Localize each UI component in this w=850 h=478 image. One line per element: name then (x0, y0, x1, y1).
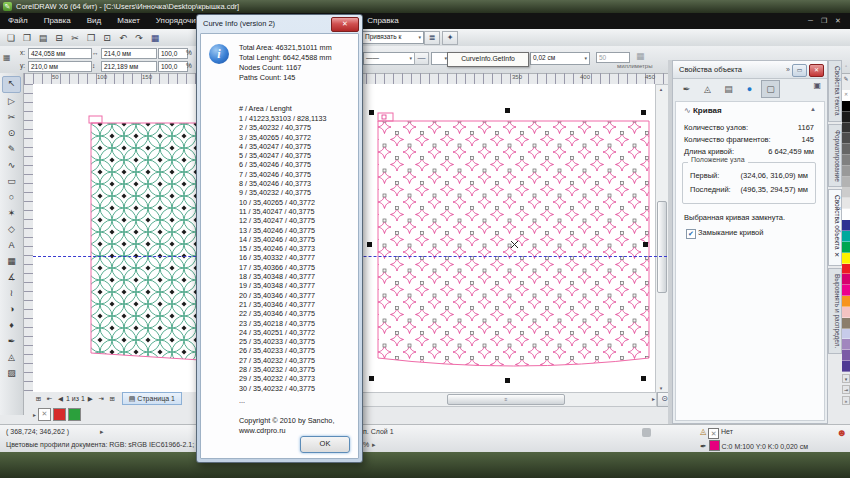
docker-options-button[interactable]: ▣ (813, 81, 821, 90)
no-color-swatch[interactable]: ✕ (38, 408, 51, 421)
text-tool-icon[interactable]: A (3, 238, 20, 253)
red-swatch[interactable] (53, 408, 66, 421)
page-tab[interactable]: ▤ Страница 1 (122, 392, 182, 405)
copy-icon[interactable]: ❒ (83, 31, 99, 45)
y-position-field[interactable]: 210,0 мм (28, 61, 92, 72)
tab-formatting[interactable]: Форматирование (828, 124, 842, 188)
collapse-icon[interactable]: ▲ (810, 106, 816, 112)
curve-section-header[interactable]: ∿ Кривая (684, 106, 722, 115)
palette-swatch-14[interactable] (842, 242, 850, 253)
x-position-field[interactable]: 424,058 мм (28, 48, 92, 59)
palette-flyout-icon[interactable]: ▸ (33, 411, 36, 418)
palette-scroll-down-icon[interactable]: ▾ (842, 374, 850, 383)
dimension-tool-icon[interactable]: ∡ (3, 270, 20, 285)
shape-tool-icon[interactable]: ▷ (3, 94, 20, 109)
docker-float-button[interactable]: ▭ (792, 64, 807, 77)
next-page-icon[interactable]: ▶ (85, 392, 96, 405)
menu-item-1[interactable]: Правка (36, 13, 79, 29)
selected-curve-object[interactable] (366, 106, 668, 388)
palette-swatch-19[interactable] (842, 296, 850, 307)
pick-tool-icon[interactable]: ↖ (2, 76, 21, 93)
palette-swatch-13[interactable] (842, 231, 850, 242)
tab-align-distribute[interactable]: Выровнять и распредел. (828, 268, 842, 354)
interactive-fill-tool-icon[interactable]: ▨ (3, 366, 20, 381)
redo-icon[interactable]: ↷ (131, 31, 147, 45)
palette-swatch-23[interactable] (842, 339, 850, 350)
last-page-icon[interactable]: ⇥ (96, 392, 107, 405)
palette-swatch-2[interactable] (842, 112, 850, 123)
scroll-right-arrow[interactable]: ▸ (652, 395, 655, 402)
basic-shapes-tool-icon[interactable]: ◇ (3, 222, 20, 237)
palette-swatch-22[interactable] (842, 329, 850, 340)
add-page-icon-2[interactable]: ⊞ (107, 392, 118, 405)
blend-tool-icon[interactable]: ◑ (3, 302, 20, 317)
horizontal-scroll-thumb[interactable]: ≡ (447, 394, 565, 405)
palette-swatch-21[interactable] (842, 318, 850, 329)
save-icon[interactable]: ▤ (35, 31, 51, 45)
fill-section-icon[interactable]: ◬ (698, 80, 717, 98)
effects-section-icon[interactable]: ▤ (719, 80, 738, 98)
dialog-title-bar[interactable]: Curve Info (version 2) (203, 15, 275, 33)
scale-y-field[interactable]: 100,0 (158, 61, 188, 72)
palette-swatch-12[interactable] (842, 220, 850, 231)
add-page-icon[interactable]: ⊞ (33, 392, 44, 405)
open-icon[interactable]: ❐ (19, 31, 35, 45)
line-button[interactable]: — (414, 52, 429, 65)
snap-to-combo[interactable]: Привязать к▾ (362, 31, 424, 44)
docker-flyout-icon[interactable]: » (786, 64, 790, 77)
palette-swatch-6[interactable] (842, 155, 850, 166)
palette-swatch-5[interactable] (842, 144, 850, 155)
palette-swatch-4[interactable] (842, 133, 850, 144)
dialog-close-button[interactable]: ✕ (331, 17, 359, 32)
palette-swatch-10[interactable] (842, 198, 850, 209)
green-swatch[interactable] (68, 408, 81, 421)
palette-swatch-1[interactable] (842, 101, 850, 112)
membership-icon[interactable]: ☻ (836, 428, 847, 438)
connector-tool-icon[interactable]: ≀ (3, 286, 20, 301)
palette-swatch-11[interactable] (842, 209, 850, 220)
palette-swatch-8[interactable] (842, 177, 850, 188)
profiles-flyout-icon[interactable]: ▸ (372, 441, 376, 449)
palette-swatch-18[interactable] (842, 285, 850, 296)
palette-swatch-24[interactable] (842, 350, 850, 361)
palette-swatch-17[interactable] (842, 274, 850, 285)
document-window-controls[interactable]: ─ ❐ ✕ (808, 13, 844, 29)
import-icon[interactable]: ▦ (147, 31, 163, 45)
previous-page-icon[interactable]: ◀ (55, 392, 66, 405)
polygon-tool-icon[interactable]: ✶ (3, 206, 20, 221)
table-tool-icon[interactable]: ▦ (3, 254, 20, 269)
paste-icon[interactable]: ⊡ (99, 31, 115, 45)
menu-item-2[interactable]: Вид (79, 13, 109, 29)
options-button[interactable]: ≣ (424, 31, 440, 45)
ellipse-tool-icon[interactable]: ○ (3, 190, 20, 205)
zoom-tool-icon[interactable]: ⊙ (3, 126, 20, 141)
tab-text-properties[interactable]: Свойства текста (828, 60, 842, 122)
outline-style-combo[interactable]: ——▾ (363, 52, 415, 65)
palette-expand-icon[interactable]: » (842, 396, 850, 405)
crop-tool-icon[interactable]: ✂ (3, 110, 20, 125)
coords-flyout-icon[interactable]: ▸ (100, 428, 104, 436)
freehand-tool-icon[interactable]: ✎ (3, 142, 20, 157)
left-pattern-object[interactable] (88, 112, 200, 368)
print-icon[interactable]: ⊟ (51, 31, 67, 45)
object-width-field[interactable]: 214,0 мм (101, 48, 157, 59)
artistic-media-tool-icon[interactable]: ∿ (3, 158, 20, 173)
curve-section-icon[interactable]: ▢ (761, 80, 780, 98)
macro-button[interactable]: ✦ (442, 31, 458, 45)
palette-swatch-3[interactable] (842, 123, 850, 134)
outline-pen-tool-icon[interactable]: ✒ (3, 334, 20, 349)
title-bar[interactable]: ✎ CorelDRAW X6 (64 бит) - [C:\Users\Инно… (0, 0, 850, 13)
scale-x-field[interactable]: 100,0 (158, 48, 188, 59)
first-page-icon[interactable]: ⇤ (44, 392, 55, 405)
eyedropper-tool-icon[interactable]: ♦ (3, 318, 20, 333)
palette-swatch-16[interactable] (842, 264, 850, 275)
cut-icon[interactable]: ✂ (67, 31, 83, 45)
web-section-icon[interactable]: ● (740, 80, 759, 98)
palette-top-buttons[interactable]: ◦✎ (842, 60, 850, 88)
palette-swatch-0[interactable]: ✕ (842, 90, 850, 101)
docker-close-button[interactable]: ✕ (809, 64, 824, 77)
outline-width-combo[interactable]: 0,02 см▾ (530, 52, 590, 65)
scroll-up-arrow[interactable]: ▴ (656, 85, 666, 94)
menu-item-8[interactable]: Справка (359, 13, 406, 29)
corner-spinner[interactable]: 50 (596, 52, 630, 63)
